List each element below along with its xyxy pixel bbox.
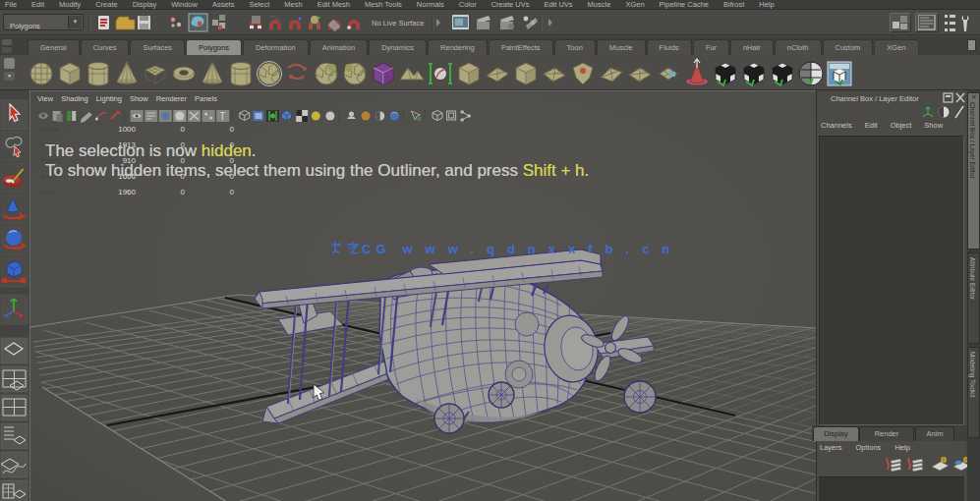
svg-text:No Live Surface: No Live Surface (372, 19, 424, 28)
svg-text:T: T (219, 111, 225, 122)
